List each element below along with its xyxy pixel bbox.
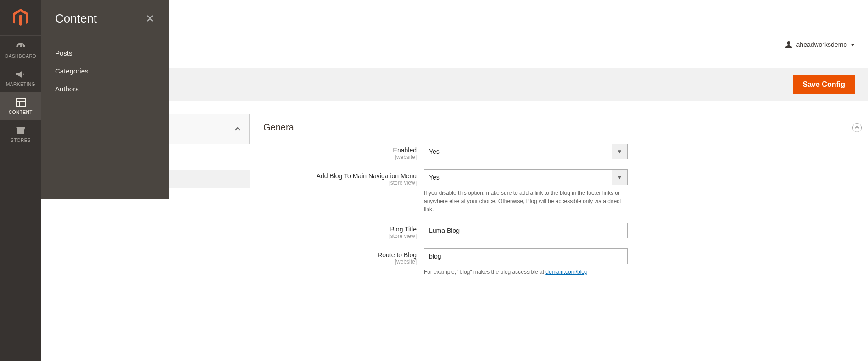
chevron-up-icon — [234, 125, 241, 133]
chevron-down-icon: ▼ — [612, 170, 627, 185]
field-hint: For example, "blog" makes the blog acces… — [424, 268, 628, 276]
field-hint: If you disable this option, make sure to… — [424, 189, 628, 214]
magento-logo[interactable] — [0, 0, 41, 36]
field-scope: [store view] — [263, 180, 417, 186]
flyout-title: Content — [55, 11, 97, 26]
select-value: Yes — [424, 144, 612, 159]
nav-label-marketing: MARKETING — [0, 82, 41, 87]
chevron-up-icon — [855, 126, 859, 129]
select-value: Yes — [424, 170, 612, 185]
field-scope: [website] — [263, 154, 417, 160]
flyout-item-categories[interactable]: Categories — [55, 62, 156, 80]
caret-down-icon: ▼ — [851, 42, 855, 47]
field-row-blog-title: Blog Title [store view] — [263, 223, 862, 239]
field-label: Blog Title — [263, 226, 417, 233]
user-icon — [785, 40, 793, 49]
enabled-select[interactable]: Yes ▼ — [424, 144, 628, 159]
route-input[interactable] — [424, 248, 628, 264]
nav-label-stores: STORES — [0, 138, 41, 143]
save-config-button[interactable]: Save Config — [793, 75, 855, 94]
field-label: Route to Blog — [263, 251, 417, 259]
gauge-icon — [15, 42, 26, 51]
config-form-area: General Enabled [website] Yes ▼ — [250, 114, 862, 285]
field-row-route: Route to Blog [website] For example, "bl… — [263, 248, 862, 276]
field-scope: [website] — [263, 259, 417, 265]
field-scope: [store view] — [263, 233, 417, 239]
nav-item-marketing[interactable]: MARKETING — [0, 64, 41, 92]
field-label: Enabled — [263, 147, 417, 154]
section-title: General — [263, 122, 296, 133]
close-icon[interactable] — [145, 12, 156, 25]
flyout-item-authors[interactable]: Authors — [55, 80, 156, 98]
nav-item-stores[interactable]: STORES — [0, 120, 41, 148]
user-name: aheadworksdemo — [796, 41, 847, 48]
user-menu[interactable]: aheadworksdemo ▼ — [785, 40, 855, 49]
nav-item-content[interactable]: CONTENT — [0, 92, 41, 120]
x-icon — [146, 15, 154, 22]
field-row-add-nav: Add Blog To Main Navigation Menu [store … — [263, 169, 862, 214]
content-flyout-panel: Content Posts Categories Authors — [41, 0, 169, 199]
nav-item-dashboard[interactable]: DASHBOARD — [0, 36, 41, 64]
blog-title-input[interactable] — [424, 223, 628, 238]
hint-text: For example, "blog" makes the blog acces… — [424, 269, 545, 275]
main-nav-sidebar: DASHBOARD MARKETING CONTENT STORES — [0, 0, 41, 361]
hint-link[interactable]: domain.com/blog — [545, 269, 587, 275]
megaphone-icon — [15, 70, 26, 79]
store-icon — [15, 126, 26, 135]
nav-label-dashboard: DASHBOARD — [0, 54, 41, 59]
nav-label-content: CONTENT — [0, 110, 41, 115]
field-label: Add Blog To Main Navigation Menu — [263, 172, 417, 180]
field-row-enabled: Enabled [website] Yes ▼ — [263, 144, 862, 160]
layout-icon — [15, 98, 26, 107]
chevron-down-icon: ▼ — [612, 144, 627, 159]
add-nav-select[interactable]: Yes ▼ — [424, 169, 628, 185]
section-collapse-toggle[interactable] — [852, 123, 862, 132]
magento-logo-icon — [12, 9, 29, 27]
svg-rect-0 — [16, 99, 25, 106]
flyout-item-posts[interactable]: Posts — [55, 44, 156, 62]
